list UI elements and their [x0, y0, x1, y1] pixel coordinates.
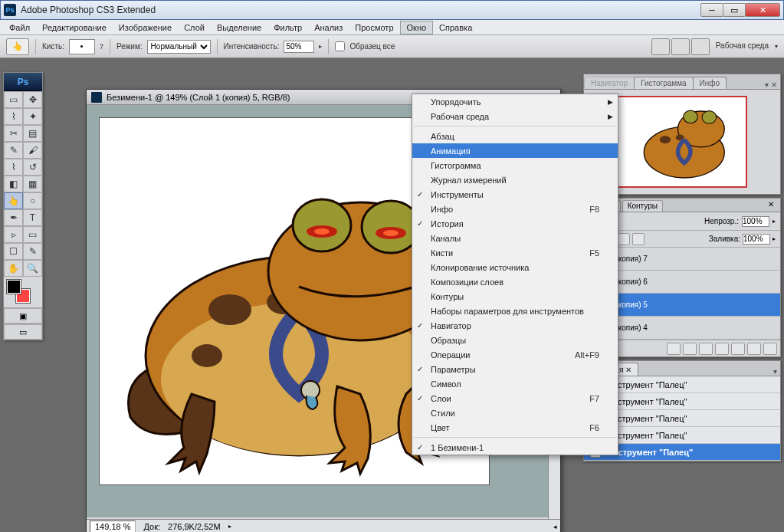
stamp-tool[interactable]: ⌇: [4, 159, 23, 176]
type-tool[interactable]: T: [23, 209, 42, 226]
lock-all-icon[interactable]: [632, 233, 645, 245]
tab-histogram[interactable]: Гистограмма: [634, 77, 694, 89]
menu-filter[interactable]: Фильтр: [267, 21, 308, 34]
lock-position-icon[interactable]: [618, 233, 630, 245]
gradient-tool[interactable]: ▦: [23, 176, 42, 192]
dodge-tool[interactable]: ○: [23, 192, 42, 209]
menu-item[interactable]: Анимация: [412, 143, 618, 158]
tab-paths[interactable]: Контуры: [622, 200, 663, 212]
menu-item[interactable]: Гистограмма: [412, 158, 618, 172]
opacity-input[interactable]: [742, 216, 769, 227]
menu-item[interactable]: Символ: [412, 376, 618, 391]
menu-item[interactable]: Журнал измерений: [412, 172, 618, 187]
hand-tool[interactable]: ✋: [4, 260, 23, 277]
sample-all-checkbox[interactable]: [335, 41, 345, 51]
move-tool[interactable]: ✥: [23, 91, 42, 108]
eraser-tool[interactable]: ◧: [4, 176, 23, 192]
menu-item[interactable]: Абзац: [412, 129, 618, 143]
intensity-input[interactable]: [284, 41, 314, 53]
smudge-tool[interactable]: 👆: [4, 192, 23, 209]
mask-icon[interactable]: [699, 343, 713, 355]
mode-select[interactable]: Нормальный: [147, 40, 211, 54]
menu-help[interactable]: Справка: [433, 21, 478, 34]
delete-layer-icon[interactable]: [763, 343, 777, 355]
fx-icon[interactable]: [683, 343, 697, 355]
menu-window[interactable]: Окно: [400, 21, 434, 34]
window-menu-dropdown: Упорядочить▶Рабочая среда▶АбзацАнимацияГ…: [412, 94, 618, 455]
menu-item[interactable]: Контуры: [412, 289, 618, 304]
svg-point-19: [660, 136, 671, 143]
new-layer-icon[interactable]: [747, 343, 761, 355]
screen-mode-button[interactable]: ▭: [4, 324, 42, 340]
maximize-button[interactable]: ▭: [723, 3, 746, 17]
color-swatches[interactable]: [4, 277, 42, 307]
eyedropper-tool[interactable]: ✎: [23, 243, 42, 260]
menu-image[interactable]: Изображение: [113, 21, 178, 34]
menu-item[interactable]: ✓Навигатор: [412, 318, 618, 333]
menu-layer[interactable]: Слой: [178, 21, 211, 34]
slice-tool[interactable]: ▤: [23, 125, 42, 142]
menu-view[interactable]: Просмотр: [349, 21, 399, 34]
zoom-level[interactable]: 149,18 %: [90, 521, 136, 533]
menu-item[interactable]: ✓1 Безимени-1: [412, 440, 618, 455]
menu-item[interactable]: Упорядочить▶: [412, 94, 618, 109]
workspace-icon[interactable]: [691, 38, 710, 55]
brush-preview[interactable]: [69, 39, 95, 54]
zoom-tool[interactable]: 🔍: [23, 260, 42, 277]
close-button[interactable]: ✕: [745, 3, 780, 17]
bridge-icon[interactable]: [651, 38, 670, 55]
quick-mask-button[interactable]: ▣: [4, 308, 42, 323]
options-bar: 👆 Кисть: 7 Режим: Нормальный Интенсивнос…: [0, 35, 784, 58]
marquee-tool[interactable]: ▭: [4, 91, 23, 108]
minimize-button[interactable]: ─: [700, 3, 723, 17]
pen-tool[interactable]: ✒: [4, 209, 23, 226]
fill-input[interactable]: [743, 234, 770, 245]
workspace-label[interactable]: Рабочая среда: [711, 38, 773, 55]
menu-item[interactable]: Наборы параметров для инструментов: [412, 304, 618, 318]
notes-tool[interactable]: ☐: [4, 243, 23, 260]
tab-navigator[interactable]: Навигатор: [584, 77, 635, 89]
menu-select[interactable]: Выделение: [211, 21, 267, 34]
tool-preset-picker[interactable]: 👆: [6, 38, 29, 55]
document-icon: [91, 92, 102, 103]
menu-item[interactable]: Образцы: [412, 333, 618, 347]
menu-item[interactable]: ✓Параметры: [412, 362, 618, 376]
tab-info[interactable]: Инфо: [693, 77, 727, 89]
menu-analysis[interactable]: Анализ: [308, 21, 349, 34]
menu-item[interactable]: ✓История: [412, 216, 618, 231]
lasso-tool[interactable]: ⌇: [4, 108, 23, 125]
menu-item[interactable]: Рабочая среда▶: [412, 109, 618, 123]
menu-item[interactable]: КистиF5: [412, 245, 618, 260]
navigator-thumbnail[interactable]: [617, 96, 747, 188]
menu-item[interactable]: ✓СлоиF7: [412, 391, 618, 406]
panel-menu-icon[interactable]: ▾: [770, 367, 780, 376]
opacity-label: Непрозр.:: [704, 217, 739, 225]
crop-tool[interactable]: ✂: [4, 125, 23, 142]
toolbar-header: Ps: [4, 73, 42, 91]
heal-tool[interactable]: ✎: [4, 142, 23, 159]
menu-item[interactable]: Клонирование источника: [412, 260, 618, 274]
menu-item[interactable]: ✓Инструменты: [412, 187, 618, 202]
screen-icon[interactable]: [671, 38, 690, 55]
menu-edit[interactable]: Редактирование: [36, 21, 113, 34]
menubar: Файл Редактирование Изображение Слой Выд…: [0, 20, 784, 35]
wand-tool[interactable]: ✦: [23, 108, 42, 125]
panel-close-icon[interactable]: ✕: [765, 200, 777, 212]
menu-item[interactable]: Стили: [412, 406, 618, 420]
menu-item[interactable]: ОперацииAlt+F9: [412, 347, 618, 362]
path-tool[interactable]: ▹: [4, 226, 23, 243]
brush-tool[interactable]: 🖌: [23, 142, 42, 159]
menu-item[interactable]: Каналы: [412, 231, 618, 245]
group-icon[interactable]: [731, 343, 745, 355]
panel-options-icon[interactable]: ▾ ✕: [762, 80, 780, 89]
history-brush-tool[interactable]: ↺: [23, 159, 42, 176]
adjustment-icon[interactable]: [715, 343, 729, 355]
menu-item[interactable]: Композиции слоев: [412, 274, 618, 289]
link-layers-icon[interactable]: [667, 343, 681, 355]
svg-point-17: [684, 110, 698, 123]
menu-file[interactable]: Файл: [3, 21, 36, 34]
menu-item[interactable]: ЦветF6: [412, 420, 618, 435]
menu-item[interactable]: ИнфоF8: [412, 202, 618, 216]
foreground-color[interactable]: [7, 280, 21, 294]
shape-tool[interactable]: ▭: [23, 226, 42, 243]
